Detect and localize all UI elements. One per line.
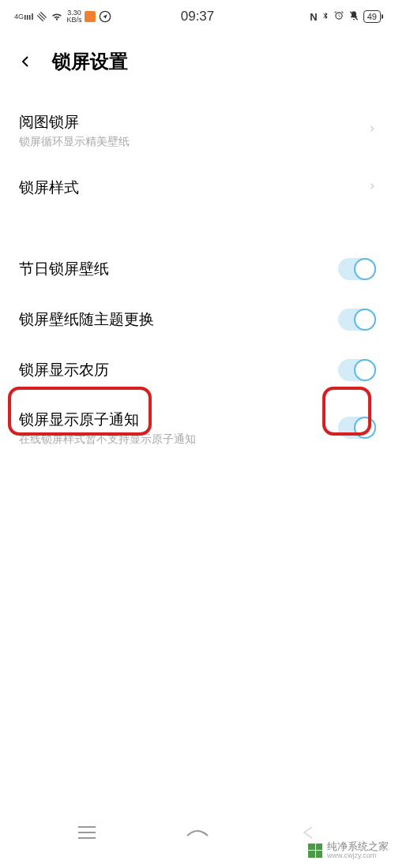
watermark: 纯净系统之家 www.cwjzy.com: [308, 841, 389, 860]
nav-back-button[interactable]: [292, 822, 324, 843]
nav-home-button[interactable]: [182, 822, 213, 843]
chevron-right-icon: [368, 120, 376, 140]
alarm-icon: [333, 10, 344, 24]
status-left: 4Gıııl 3.30 KB/s: [14, 9, 111, 24]
page-title: 锁屏设置: [52, 49, 128, 74]
setting-title: 锁屏显示原子通知: [19, 410, 338, 431]
setting-festival-wallpaper: 节日锁屏壁纸: [19, 244, 376, 294]
toggle-atom-notification[interactable]: [338, 417, 376, 439]
toggle-wallpaper-theme[interactable]: [338, 309, 376, 331]
clock: 09:37: [181, 9, 215, 24]
bluetooth-icon: [322, 9, 329, 24]
setting-subtitle: 在线锁屏样式暂不支持显示原子通知: [19, 432, 338, 447]
setting-title: 阅图锁屏: [19, 112, 368, 133]
setting-title: 节日锁屏壁纸: [19, 259, 338, 280]
telegram-icon: [99, 10, 111, 23]
nav-recent-button[interactable]: [71, 822, 103, 843]
wifi-icon: [51, 11, 63, 22]
page-header: 锁屏设置: [0, 33, 395, 98]
battery-indicator: 49: [363, 10, 381, 23]
status-bar: 4Gıııl 3.30 KB/s 09:37 N 49: [0, 0, 395, 33]
sim-icon: [36, 11, 47, 22]
watermark-logo-icon: [308, 844, 322, 858]
nfc-icon: N: [310, 11, 317, 23]
setting-atom-notification: 锁屏显示原子通知 在线锁屏样式暂不支持显示原子通知: [19, 395, 376, 461]
back-button[interactable]: [14, 51, 36, 73]
toggle-festival-wallpaper[interactable]: [338, 258, 376, 280]
data-speed: 3.30 KB/s: [66, 9, 81, 24]
vibrate-icon: [348, 10, 359, 24]
setting-title: 锁屏样式: [19, 178, 368, 199]
setting-subtitle: 锁屏循环显示精美壁纸: [19, 135, 368, 149]
watermark-name: 纯净系统之家: [327, 841, 389, 852]
setting-wallpaper-theme: 锁屏壁纸随主题更换: [19, 294, 376, 345]
watermark-url: www.cwjzy.com: [327, 852, 389, 860]
toggle-lunar-calendar[interactable]: [338, 359, 376, 381]
network-icon: 4Gıııl: [14, 12, 33, 21]
setting-title: 锁屏壁纸随主题更换: [19, 309, 338, 331]
setting-lunar-calendar: 锁屏显示农历: [19, 345, 376, 395]
settings-list: 阅图锁屏 锁屏循环显示精美壁纸 锁屏样式 节日锁屏壁纸 锁屏壁纸随主题更换: [0, 98, 395, 461]
setting-reading-lockscreen[interactable]: 阅图锁屏 锁屏循环显示精美壁纸: [19, 98, 376, 163]
setting-title: 锁屏显示农历: [19, 360, 338, 381]
status-right: N 49: [310, 9, 381, 24]
setting-lockscreen-style[interactable]: 锁屏样式: [19, 163, 376, 213]
app-icon: [85, 11, 96, 22]
chevron-right-icon: [368, 178, 376, 198]
